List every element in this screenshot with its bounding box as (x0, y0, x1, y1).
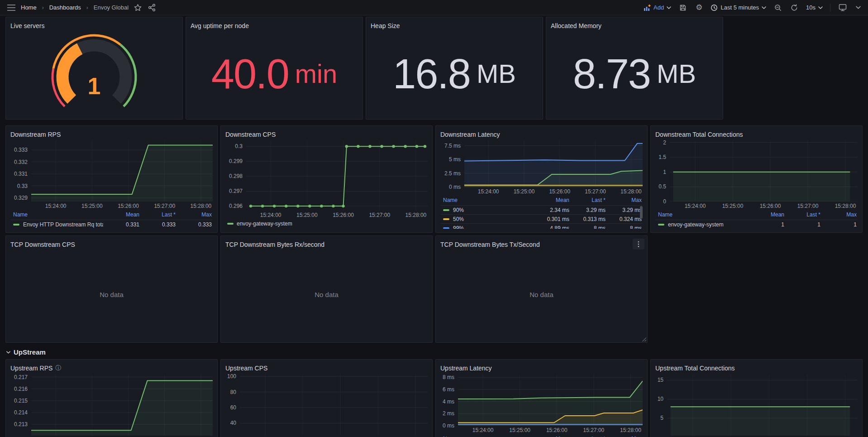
plot-area[interactable] (464, 140, 643, 187)
tv-mode-button[interactable] (838, 3, 848, 12)
zoom-out-time-button[interactable] (773, 3, 782, 12)
legend-row[interactable]: 99%4.89 ms8 ms8 ms (440, 223, 643, 229)
legend-column[interactable]: Last * (784, 211, 820, 218)
legend-column[interactable]: Max (820, 211, 857, 218)
x-tick-label: 15:25:00 (514, 188, 535, 195)
legend-column[interactable]: Last * (569, 197, 606, 203)
plot-area[interactable] (667, 374, 858, 436)
y-tick-label: 0.332 (14, 159, 28, 165)
breadcrumb-current-dashboard[interactable]: Envoy Global (94, 4, 129, 11)
hamburger-menu-button[interactable] (6, 4, 16, 12)
y-axis: 100806040 (225, 374, 240, 436)
y-axis: 8 ms6 ms4 ms2 ms0 ms (440, 374, 458, 426)
downstream-row-1: Downstream RPS 0.3330.3320.3310.330.3291… (5, 125, 868, 233)
plot-area[interactable] (670, 140, 858, 202)
legend-column[interactable]: Max (176, 211, 212, 218)
breadcrumb-home[interactable]: Home (21, 4, 37, 11)
add-label: Add (653, 4, 664, 11)
legend-row[interactable]: 50%0.301 ms0.313 ms0.324 ms (440, 214, 643, 223)
downstream-rps-chart[interactable]: 0.3330.3320.3310.330.32915:24:0015:25:00… (10, 140, 213, 229)
panel-allocated-memory: Allocated Memory 8.73 MB (546, 17, 723, 120)
panel-menu-button[interactable]: ⋮ (633, 239, 644, 250)
breadcrumb-dashboards[interactable]: Dashboards (49, 4, 81, 11)
chart-svg (670, 140, 858, 202)
refresh-interval-picker[interactable]: 10s (806, 4, 823, 11)
stat-value-group: 16.8 MB (371, 32, 538, 115)
chart-svg (246, 140, 428, 211)
series-swatch (13, 224, 19, 226)
info-icon[interactable]: ⓘ (55, 364, 61, 372)
panel-title[interactable]: Upstream CPS (225, 365, 267, 372)
plot-area[interactable] (31, 140, 213, 202)
panel-title[interactable]: Upstream Total Connections (655, 365, 735, 372)
panel-title[interactable]: Upstream RPS (10, 365, 52, 372)
panel-title[interactable]: Heap Size (371, 22, 400, 29)
upstream-cps-chart[interactable]: 10080604015:24:0015:25:0015:26:0015:27:0… (225, 374, 428, 437)
plot-area[interactable] (240, 374, 428, 436)
legend-row[interactable]: envoy-gateway-system111 (655, 220, 858, 229)
panel-upstream-total-connections: Upstream Total Connections 1510515:24:00… (650, 359, 863, 437)
y-tick-label: 2 (663, 140, 666, 146)
series-swatch (227, 223, 234, 225)
panel-title[interactable]: Live servers (10, 22, 44, 29)
legend-column[interactable]: Mean (103, 211, 139, 218)
y-tick-label: 0.297 (229, 188, 243, 194)
panel-title[interactable]: Downstream RPS (10, 131, 61, 138)
panel-title[interactable]: Allocated Memory (551, 22, 601, 29)
legend-column[interactable]: Mean (748, 211, 784, 218)
panel-title[interactable]: TCP Downstream Bytes Rx/second (225, 241, 324, 248)
legend-column[interactable]: Max (606, 197, 642, 203)
section-upstream[interactable]: UpStream (6, 348, 868, 356)
upstream-latency-chart[interactable]: 8 ms6 ms4 ms2 ms0 ms15:24:0015:25:0015:2… (440, 374, 643, 437)
chevron-down-icon (762, 6, 766, 9)
legend-column-name[interactable]: Name (13, 211, 103, 218)
upstream-row: Upstream RPS ⓘ 0.2170.2160.2150.2140.213… (5, 359, 868, 437)
y-axis: 0.2170.2160.2150.2140.213 (10, 374, 31, 436)
y-tick-label: 80 (230, 389, 236, 395)
panel-title[interactable]: Upstream Latency (440, 365, 492, 372)
share-button[interactable] (147, 3, 157, 12)
y-axis: 7.5 ms5 ms2.5 ms0 ms (440, 140, 464, 187)
panel-title[interactable]: TCP Downstream Bytes Tx/Second (440, 241, 540, 248)
save-dashboard-button[interactable] (678, 3, 687, 12)
stat-value: 40.0 (211, 53, 289, 95)
add-button[interactable]: Add (644, 4, 671, 11)
panel-title[interactable]: Downstream Total Connections (655, 131, 743, 138)
legend-column-name[interactable]: Name (443, 197, 533, 203)
plot-area[interactable] (31, 374, 213, 436)
legend-row[interactable]: 90%2.34 ms3.29 ms3.29 ms (440, 205, 643, 214)
favorite-button[interactable] (133, 3, 143, 12)
legend-header: NameMeanLast *Max (10, 210, 213, 220)
panel-title[interactable]: Avg uptime per node (191, 22, 249, 29)
x-tick-label: 15:26:00 (760, 203, 781, 209)
upstream-rps-chart[interactable]: 0.2170.2160.2150.2140.21315:24:0015:25:0… (10, 374, 213, 437)
legend-column[interactable]: Last * (139, 211, 176, 218)
panel-title[interactable]: Downstream CPS (225, 131, 276, 138)
legend-scrollbar[interactable] (640, 206, 643, 219)
live-servers-gauge: 1 (10, 32, 178, 115)
legend-column-name[interactable]: Name (658, 211, 748, 218)
legend-column[interactable]: Mean (533, 197, 569, 203)
legend-row[interactable]: Envoy HTTP Downstream Rq total0.3310.333… (10, 220, 213, 229)
add-panel-icon (644, 4, 651, 11)
y-tick-label: 1 (663, 169, 666, 175)
refresh-icon (791, 4, 798, 11)
panel-title[interactable]: Downstream Latency (440, 131, 500, 138)
plot-area[interactable] (458, 374, 643, 426)
upstream-total-connections-chart[interactable]: 1510515:24:0015:25:0015:26:0015:27:0015:… (655, 374, 858, 437)
nav-collapse-button[interactable] (855, 5, 862, 10)
downstream-total-connections-chart[interactable]: 21.510.5015:24:0015:25:0015:26:0015:27:0… (655, 140, 858, 229)
y-axis: 21.510.50 (655, 140, 670, 202)
dashboard-settings-button[interactable]: ⚙ (695, 3, 703, 12)
y-tick-label: 8 ms (443, 374, 454, 380)
y-axis: 15105 (655, 374, 667, 436)
downstream-latency-chart[interactable]: 7.5 ms5 ms2.5 ms0 ms15:24:0015:25:0015:2… (440, 140, 643, 229)
downstream-cps-chart[interactable]: 0.30.2990.2980.2970.29615:24:0015:25:001… (225, 140, 428, 229)
x-tick-label: 15:28:00 (405, 212, 427, 218)
time-range-picker[interactable]: Last 5 minutes (711, 4, 766, 11)
plot-area[interactable] (246, 140, 428, 211)
panel-title[interactable]: TCP Downstream CPS (10, 241, 75, 248)
x-tick-label: 15:28:00 (191, 203, 212, 209)
legend-item[interactable]: envoy-gateway-system (227, 221, 292, 227)
refresh-button[interactable] (790, 3, 799, 12)
